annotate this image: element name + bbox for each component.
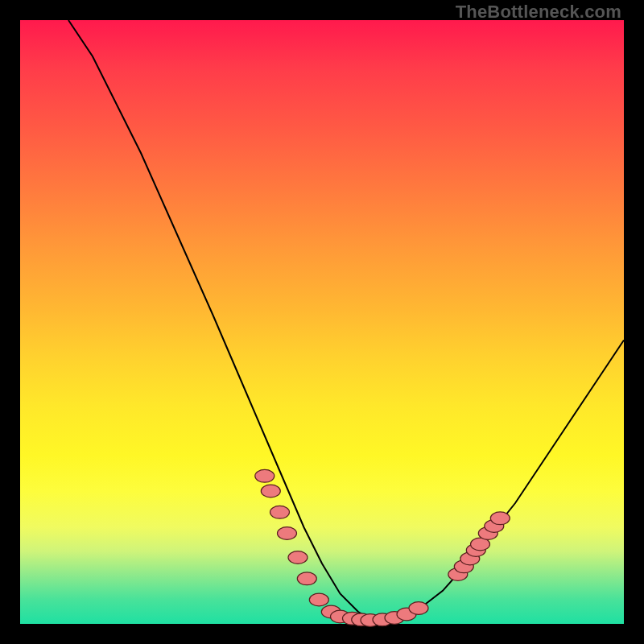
data-marker	[278, 527, 297, 540]
chart-svg	[20, 20, 624, 624]
marker-group	[255, 469, 510, 626]
data-marker	[261, 485, 280, 497]
plot-area	[20, 20, 624, 624]
data-marker	[288, 551, 308, 564]
data-marker	[255, 469, 275, 482]
data-marker	[270, 506, 290, 518]
chart-frame: TheBottleneck.com	[0, 0, 644, 644]
bottleneck-curve	[68, 20, 624, 621]
data-marker	[409, 602, 428, 615]
data-marker	[297, 572, 316, 585]
data-marker	[309, 593, 328, 606]
data-marker	[490, 512, 510, 525]
